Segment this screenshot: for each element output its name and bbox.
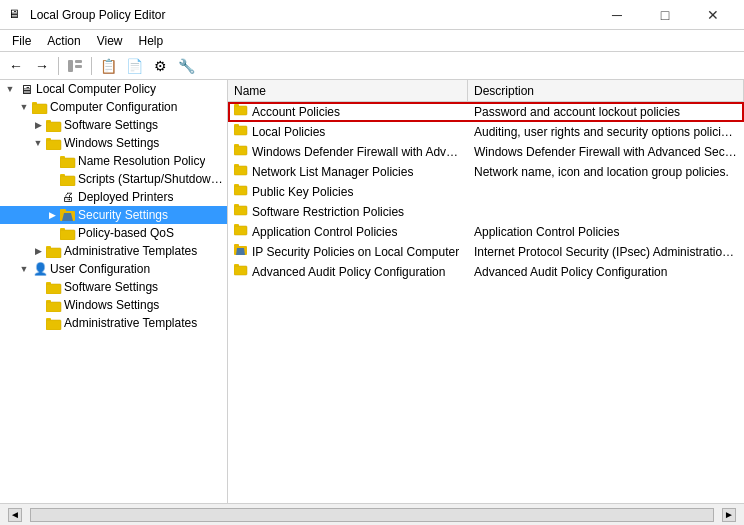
list-cell-name-ip-security: IP Security Policies on Local Computer <box>228 242 468 261</box>
list-cell-name-local-policies: Local Policies <box>228 122 468 141</box>
menu-bar: File Action View Help <box>0 30 744 52</box>
tree-item-user-configuration[interactable]: ▼👤User Configuration <box>0 260 227 278</box>
expander-software-settings-comp[interactable]: ▶ <box>30 117 46 133</box>
menu-help[interactable]: Help <box>131 32 172 50</box>
tree-item-local-computer-policy[interactable]: ▼🖥Local Computer Policy <box>0 80 227 98</box>
minimize-button[interactable]: ─ <box>594 0 640 30</box>
folder-icon-local-computer-policy: 🖥 <box>18 81 34 97</box>
show-hide-tree-button[interactable] <box>63 55 87 77</box>
expander-computer-configuration[interactable]: ▼ <box>16 99 32 115</box>
svg-rect-27 <box>46 284 61 294</box>
expander-windows-settings[interactable]: ▼ <box>30 135 46 151</box>
folder-icon-software-settings-user <box>46 279 62 295</box>
folder-icon-windows-settings-user <box>46 297 62 313</box>
folder-icon-name-resolution-policy <box>60 153 76 169</box>
tree-item-name-resolution-policy[interactable]: Name Resolution Policy <box>0 152 227 170</box>
tree-item-computer-configuration[interactable]: ▼Computer Configuration <box>0 98 227 116</box>
tree-item-windows-settings-user[interactable]: Windows Settings <box>0 296 227 314</box>
list-cell-name-account-policies: Account Policies <box>228 102 468 121</box>
expander-name-resolution-policy[interactable] <box>44 153 60 169</box>
svg-rect-51 <box>234 206 247 215</box>
list-cell-desc-windows-defender: Windows Defender Firewall with Advanced … <box>468 142 744 161</box>
svg-rect-4 <box>32 102 37 105</box>
row-icon-public-key <box>234 184 248 199</box>
list-name-text-account-policies: Account Policies <box>252 105 340 119</box>
tree-item-admin-templates-comp[interactable]: ▶Administrative Templates <box>0 242 227 260</box>
tree-icon <box>67 58 83 74</box>
tree-item-scripts-startup[interactable]: Scripts (Startup/Shutdow… <box>0 170 227 188</box>
list-row-local-policies[interactable]: Local PoliciesAuditing, user rights and … <box>228 122 744 142</box>
horizontal-scrollbar[interactable] <box>30 508 714 522</box>
status-bar: ◄ ► <box>0 503 744 525</box>
svg-rect-16 <box>60 174 65 177</box>
row-icon-account-policies <box>234 104 248 119</box>
list-row-network-list[interactable]: Network List Manager PoliciesNetwork nam… <box>228 162 744 182</box>
toolbar-btn-3[interactable]: 📋 <box>96 55 120 77</box>
scroll-right-button[interactable]: ► <box>722 508 736 522</box>
list-row-account-policies[interactable]: Account PoliciesPassword and account loc… <box>228 102 744 122</box>
tree-item-security-settings[interactable]: ▶Security Settings <box>0 206 227 224</box>
row-icon-app-control <box>234 224 248 239</box>
tree-item-deployed-printers[interactable]: 🖨Deployed Printers <box>0 188 227 206</box>
folder-icon-admin-templates-comp <box>46 243 62 259</box>
menu-file[interactable]: File <box>4 32 39 50</box>
menu-action[interactable]: Action <box>39 32 88 50</box>
list-cell-desc-app-control: Application Control Policies <box>468 222 744 241</box>
expander-admin-templates-user[interactable] <box>30 315 46 331</box>
svg-rect-37 <box>234 104 239 107</box>
tree-label-deployed-printers: Deployed Printers <box>78 190 173 204</box>
scroll-left-button[interactable]: ◄ <box>8 508 22 522</box>
expander-security-settings[interactable]: ▶ <box>44 207 60 223</box>
toolbar-btn-6[interactable]: 🔧 <box>174 55 198 77</box>
expander-scripts-startup[interactable] <box>44 171 60 187</box>
svg-rect-10 <box>46 138 51 141</box>
tree-label-admin-templates-user: Administrative Templates <box>64 316 197 330</box>
list-cell-name-software-restriction: Software Restriction Policies <box>228 202 468 221</box>
tree-item-software-settings-user[interactable]: Software Settings <box>0 278 227 296</box>
column-header-name[interactable]: Name <box>228 80 468 101</box>
svg-rect-36 <box>234 106 247 115</box>
expander-deployed-printers[interactable] <box>44 189 60 205</box>
list-row-ip-security[interactable]: IP Security Policies on Local ComputerIn… <box>228 242 744 262</box>
expander-local-computer-policy[interactable]: ▼ <box>2 81 18 97</box>
row-icon-software-restriction <box>234 204 248 219</box>
list-row-public-key[interactable]: Public Key Policies <box>228 182 744 202</box>
list-row-software-restriction[interactable]: Software Restriction Policies <box>228 202 744 222</box>
list-row-windows-defender[interactable]: Windows Defender Firewall with Advanc…Wi… <box>228 142 744 162</box>
maximize-button[interactable]: □ <box>642 0 688 30</box>
folder-icon-deployed-printers: 🖨 <box>60 189 76 205</box>
close-button[interactable]: ✕ <box>690 0 736 30</box>
tree-item-admin-templates-user[interactable]: Administrative Templates <box>0 314 227 332</box>
folder-icon-user-configuration: 👤 <box>32 261 48 277</box>
svg-rect-58 <box>234 244 239 247</box>
folder-icon-computer-configuration <box>32 99 48 115</box>
svg-rect-43 <box>234 144 239 147</box>
tree-item-windows-settings[interactable]: ▼Windows Settings <box>0 134 227 152</box>
back-button[interactable]: ← <box>4 55 28 77</box>
menu-view[interactable]: View <box>89 32 131 50</box>
expander-software-settings-user[interactable] <box>30 279 46 295</box>
tree-item-software-settings-comp[interactable]: ▶Software Settings <box>0 116 227 134</box>
row-icon-windows-defender <box>234 144 248 159</box>
list-cell-name-public-key: Public Key Policies <box>228 182 468 201</box>
list-cell-desc-local-policies: Auditing, user rights and security optio… <box>468 122 744 141</box>
folder-icon-admin-templates-user <box>46 315 62 331</box>
toolbar-btn-4[interactable]: 📄 <box>122 55 146 77</box>
toolbar-btn-5[interactable]: ⚙ <box>148 55 172 77</box>
expander-admin-templates-comp[interactable]: ▶ <box>30 243 46 259</box>
expander-windows-settings-user[interactable] <box>30 297 46 313</box>
forward-button[interactable]: → <box>30 55 54 77</box>
tree-item-policy-based-qos[interactable]: Policy-based QoS <box>0 224 227 242</box>
list-cell-name-app-control: Application Control Policies <box>228 222 468 241</box>
expander-user-configuration[interactable]: ▼ <box>16 261 32 277</box>
column-header-description[interactable]: Description <box>468 80 744 101</box>
list-row-app-control[interactable]: Application Control PoliciesApplication … <box>228 222 744 242</box>
tree-label-user-configuration: User Configuration <box>50 262 150 276</box>
list-row-advanced-audit[interactable]: Advanced Audit Policy ConfigurationAdvan… <box>228 262 744 282</box>
row-icon-ip-security <box>234 243 248 260</box>
tree-label-windows-settings-user: Windows Settings <box>64 298 159 312</box>
toolbar: ← → 📋 📄 ⚙ 🔧 <box>0 52 744 80</box>
folder-icon-policy-based-qos <box>60 225 76 241</box>
expander-policy-based-qos[interactable] <box>44 225 60 241</box>
tree-label-local-computer-policy: Local Computer Policy <box>36 82 156 96</box>
